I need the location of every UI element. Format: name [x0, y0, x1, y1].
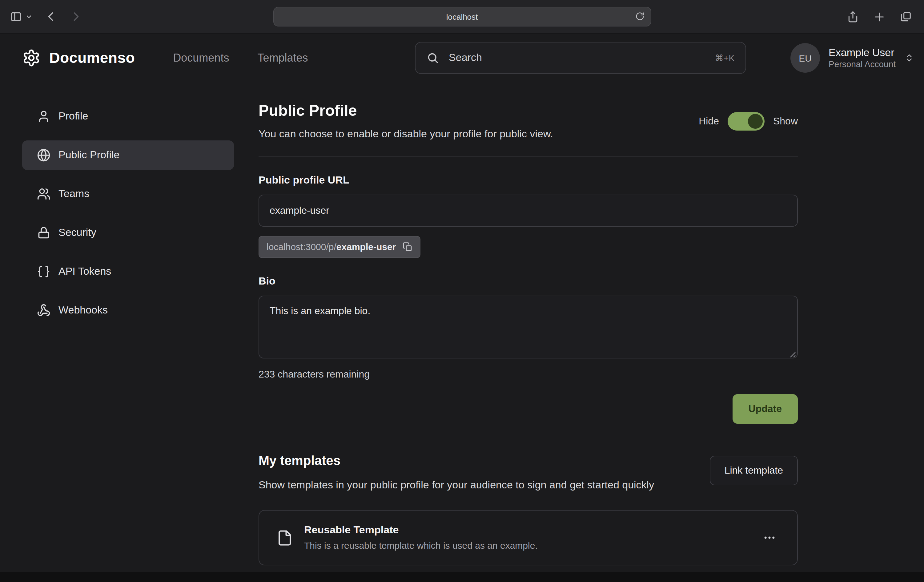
user-meta: Example User Personal Account	[828, 46, 896, 70]
sidebar-item-public-profile[interactable]: Public Profile	[22, 141, 234, 170]
search-input[interactable]	[447, 51, 706, 64]
my-templates-title: My templates	[259, 453, 654, 468]
window-bottom-edge	[0, 572, 924, 582]
search-icon	[427, 52, 439, 64]
sidebar-item-webhooks[interactable]: Webhooks	[22, 296, 234, 325]
my-templates-text: My templates Show templates in your publ…	[259, 453, 654, 494]
show-label: Show	[773, 116, 798, 127]
bio-field-wrap: This is an example bio.	[259, 296, 798, 361]
forward-icon[interactable]	[70, 11, 81, 22]
characters-remaining: 233 characters remaining	[259, 369, 798, 380]
history-arrows	[46, 11, 81, 22]
page-description: You can choose to enable or disable your…	[259, 128, 553, 141]
documenso-logo-icon	[22, 49, 41, 67]
new-tab-icon[interactable]	[873, 11, 885, 23]
profile-url-label: Public profile URL	[259, 174, 798, 187]
bio-textarea[interactable]: This is an example bio.	[259, 296, 798, 359]
address-bar-url: localhost	[446, 12, 478, 21]
globe-icon	[37, 149, 51, 162]
back-icon[interactable]	[46, 11, 57, 22]
sidebar-item-profile[interactable]: Profile	[22, 102, 234, 131]
nav-templates[interactable]: Templates	[257, 51, 308, 64]
update-button[interactable]: Update	[733, 394, 798, 424]
public-profile-settings: Public Profile You can choose to enable …	[259, 102, 798, 565]
lock-icon	[37, 226, 51, 240]
page-head: Public Profile You can choose to enable …	[259, 102, 798, 141]
nav-documents[interactable]: Documents	[173, 51, 229, 64]
profile-link-base: localhost:3000/p/	[267, 241, 337, 252]
browser-toolbar: localhost	[0, 0, 924, 34]
visibility-toggle-row: Hide Show	[699, 112, 798, 130]
browser-right-controls	[847, 11, 924, 23]
profile-url-input[interactable]	[259, 195, 798, 227]
sidebar-item-security[interactable]: Security	[22, 218, 234, 248]
braces-icon	[37, 265, 51, 278]
sidebar-item-label: Webhooks	[58, 304, 108, 317]
template-more-button[interactable]	[759, 527, 780, 549]
app-header: Documenso Documents Templates ⌘+K EU Exa…	[0, 34, 924, 82]
copy-icon[interactable]	[403, 242, 412, 252]
webhook-icon	[37, 304, 51, 317]
address-bar[interactable]: localhost	[273, 7, 651, 26]
page-head-text: Public Profile You can choose to enable …	[259, 102, 553, 141]
sidebar-item-label: Teams	[58, 188, 89, 200]
tab-overview-icon[interactable]	[900, 11, 912, 23]
users-icon	[37, 187, 51, 201]
my-templates-head: My templates Show templates in your publ…	[259, 453, 798, 494]
link-template-button[interactable]: Link template	[710, 456, 798, 485]
file-icon	[276, 530, 293, 546]
sidebar-item-api-tokens[interactable]: API Tokens	[22, 257, 234, 286]
sidebar-item-teams[interactable]: Teams	[22, 179, 234, 209]
sidebar-item-label: API Tokens	[58, 265, 111, 278]
chevron-down-icon[interactable]	[26, 13, 32, 20]
sidebar-item-label: Profile	[58, 110, 88, 122]
avatar: EU	[790, 43, 820, 73]
settings-layout: Profile Public Profile Teams Security	[0, 82, 924, 565]
template-title: Reusable Template	[304, 524, 538, 538]
brand-name: Documenso	[49, 49, 135, 66]
search-shortcut: ⌘+K	[715, 53, 734, 63]
page-title: Public Profile	[259, 102, 553, 119]
share-icon[interactable]	[847, 11, 859, 23]
template-meta: Reusable Template This is a reusable tem…	[304, 524, 538, 552]
hide-label: Hide	[699, 116, 719, 127]
screen: localhost Documenso Documents	[0, 0, 924, 582]
template-description: This is a reusable template which is use…	[304, 539, 538, 552]
user-icon	[37, 110, 51, 123]
top-nav: Documents Templates	[173, 51, 308, 64]
my-templates-description: Show templates in your public profile fo…	[259, 477, 654, 494]
chevron-up-down-icon	[904, 53, 914, 63]
toggle-knob	[748, 114, 763, 128]
search-bar[interactable]: ⌘+K	[415, 42, 746, 74]
brand[interactable]: Documenso	[22, 49, 135, 67]
sidebar-toggle-icon[interactable]	[10, 10, 22, 23]
user-account: Personal Account	[828, 59, 896, 70]
browser-left-controls	[0, 10, 81, 23]
user-menu[interactable]: EU Example User Personal Account	[790, 43, 914, 73]
user-name: Example User	[828, 46, 896, 59]
template-list-item: Reusable Template This is a reusable tem…	[259, 510, 798, 565]
ellipsis-icon	[763, 531, 776, 545]
reload-icon[interactable]	[635, 12, 644, 21]
resize-handle-icon[interactable]	[790, 352, 796, 358]
sidebar-item-label: Security	[58, 227, 96, 239]
profile-link-slug: example-user	[337, 241, 396, 252]
profile-visibility-toggle[interactable]	[728, 112, 764, 130]
settings-sidebar: Profile Public Profile Teams Security	[22, 102, 259, 565]
bio-label: Bio	[259, 275, 798, 288]
profile-link-copy[interactable]: localhost:3000/p/example-user	[259, 236, 421, 258]
divider	[259, 156, 798, 157]
sidebar-item-label: Public Profile	[58, 149, 119, 161]
profile-link-text: localhost:3000/p/example-user	[267, 241, 396, 253]
